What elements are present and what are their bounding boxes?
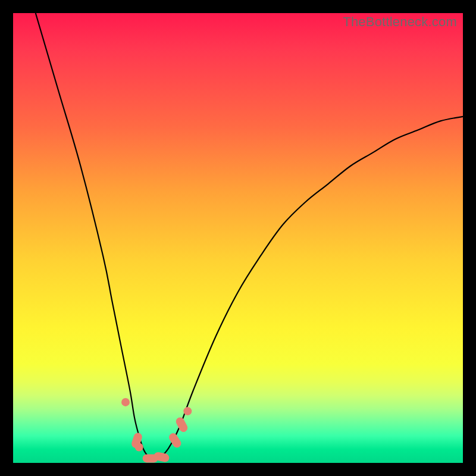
curve-marker-dot	[121, 398, 130, 406]
bottleneck-curve-svg	[13, 13, 463, 463]
curve-marker-dot	[135, 443, 143, 452]
bottleneck-curve-path	[36, 13, 463, 459]
curve-marker-dot	[183, 407, 192, 415]
watermark-text: TheBottleneck.com	[343, 14, 457, 30]
curve-marker-pill	[174, 416, 189, 434]
curve-markers	[121, 398, 192, 463]
chart-area: TheBottleneck.com	[13, 13, 463, 463]
